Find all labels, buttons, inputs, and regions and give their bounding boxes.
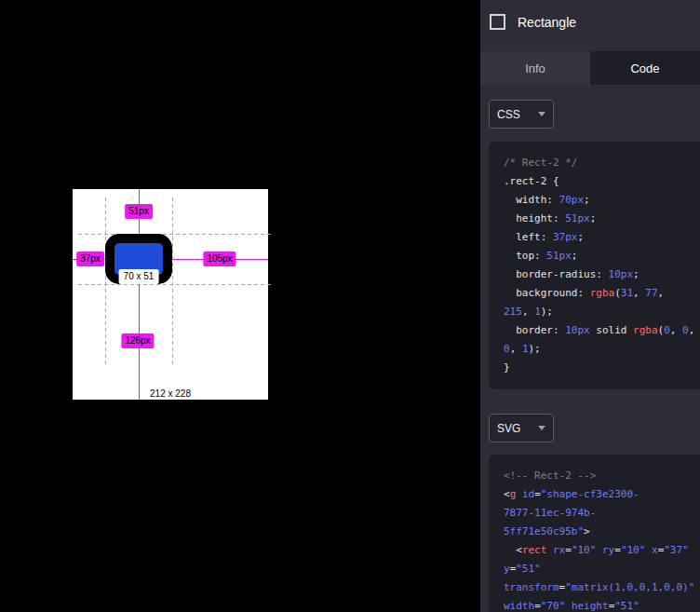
measurement-badge-right: 105px bbox=[203, 252, 236, 266]
svg-format-select-value: SVG bbox=[497, 422, 520, 435]
guide-line-bottom bbox=[78, 284, 272, 285]
code-line: <!-- Rect-2 --> bbox=[504, 467, 700, 485]
code-line: top: 51px; bbox=[504, 247, 700, 265]
code-line: width="70" height="51" bbox=[504, 597, 700, 612]
code-line: background: rgba(31, 77, bbox=[504, 284, 700, 303]
board-size-label: 212 x 228 bbox=[150, 388, 191, 399]
code-line: left: 37px; bbox=[504, 228, 700, 247]
code-line: border-radius: 10px; bbox=[504, 265, 700, 284]
code-line: 0, 1); bbox=[504, 340, 700, 359]
chevron-down-icon bbox=[538, 112, 545, 116]
code-line: } bbox=[504, 359, 700, 377]
code-line: <rect rx="10" ry="10" x="37" bbox=[504, 541, 700, 560]
tab-code[interactable]: Code bbox=[590, 51, 700, 85]
tab-info[interactable]: Info bbox=[480, 51, 590, 85]
css-format-select-value: CSS bbox=[497, 108, 520, 121]
code-line: 5ff71e50c95b"> bbox=[504, 523, 700, 541]
guide-line-left bbox=[105, 197, 106, 365]
canvas[interactable]: 51px 37px 105px 126px 70 x 51 212 x 228 bbox=[0, 0, 480, 612]
selected-shape-name: Rectangle bbox=[518, 15, 576, 30]
code-line: width: 70px; bbox=[504, 191, 700, 210]
shape-size-label: 70 x 51 bbox=[119, 269, 159, 284]
measurement-badge-bottom: 126px bbox=[121, 333, 154, 348]
right-sidebar: Rectangle Info Code CSS /* Rect-2 */.rec… bbox=[480, 0, 700, 612]
guide-line-top bbox=[78, 234, 272, 235]
app-window: 51px 37px 105px 126px 70 x 51 212 x 228 … bbox=[0, 0, 700, 612]
code-line: transform="matrix(1,0,0,1,0,0)" bbox=[504, 578, 700, 597]
css-format-select[interactable]: CSS bbox=[489, 100, 554, 129]
code-line: border: 10px solid rgba(0, 0, bbox=[504, 321, 700, 340]
svg-code-block: <!-- Rect-2 --><g id="shape-cf3e2300-787… bbox=[489, 455, 700, 612]
measurement-badge-left: 37px bbox=[76, 252, 104, 266]
guide-line-right bbox=[172, 197, 173, 365]
code-line: 215, 1); bbox=[504, 303, 700, 321]
measurement-badge-top: 51px bbox=[125, 204, 153, 219]
chevron-down-icon bbox=[538, 426, 545, 430]
sidebar-tabs: Info Code bbox=[480, 51, 700, 85]
svg-format-select[interactable]: SVG bbox=[489, 414, 554, 442]
code-line: height: 51px; bbox=[504, 210, 700, 228]
board[interactable] bbox=[73, 189, 268, 400]
code-line: 7877-11ec-974b- bbox=[504, 504, 700, 523]
code-line: /* Rect-2 */ bbox=[504, 154, 700, 172]
rectangle-shape-icon bbox=[490, 14, 505, 30]
css-code-block: /* Rect-2 */.rect-2 { width: 70px; heigh… bbox=[489, 142, 700, 389]
code-line: .rect-2 { bbox=[504, 172, 700, 191]
code-line: y="51" bbox=[504, 560, 700, 578]
selected-shape-header: Rectangle bbox=[480, 0, 700, 44]
code-line: <g id="shape-cf3e2300- bbox=[504, 485, 700, 504]
